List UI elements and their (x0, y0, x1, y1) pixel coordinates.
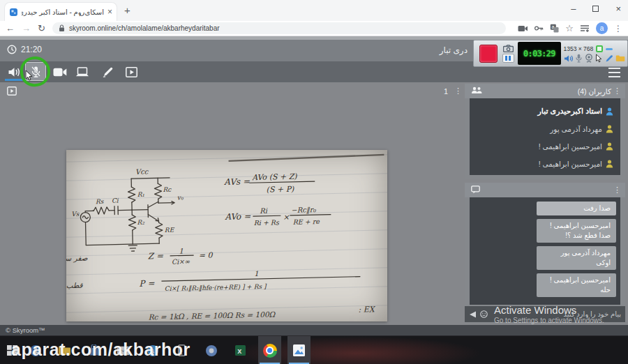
chat-message: صدا رفت (537, 202, 616, 215)
taskbar-app-chrome[interactable] (258, 336, 281, 364)
users-panel-title: کاربران (4) (578, 87, 611, 96)
user-row[interactable]: امیرحسین ابراهیمی ! (470, 137, 616, 155)
key-icon[interactable] (534, 25, 544, 31)
svg-text:Z =: Z = (147, 251, 163, 261)
recorder-pen-icon[interactable] (605, 54, 613, 63)
tab-close-icon[interactable]: × (107, 7, 112, 17)
record-stop-button[interactable] (479, 45, 498, 63)
emoji-icon[interactable] (480, 310, 488, 318)
recorder-minimize-icon[interactable] (606, 48, 613, 50)
taskbar-app-excel[interactable]: x (229, 336, 252, 364)
pen-icon (102, 66, 114, 78)
user-row[interactable]: مهرداد آذرمی پور (470, 120, 616, 137)
media-player-button[interactable] (123, 64, 140, 79)
browser-tabstrip: اسکای‌روم - استاد اکبر حیدری تبار × + – … (0, 0, 628, 21)
bookmark-star-icon[interactable]: ☆ (565, 24, 574, 33)
chat-messages: صدا رفت امیرحسین ابراهیمی ! صدا قطع شد ؟… (470, 197, 620, 305)
video-camera-icon (53, 68, 67, 77)
toolbar-menu-icon[interactable] (608, 68, 620, 79)
skyroom-copyright: © Skyroom™ (6, 326, 45, 334)
chat-message: امیرحسین ابراهیمی ! صدا قطع شد ؟! (537, 219, 616, 243)
svg-text:Ri + Rs: Ri + Rs (253, 218, 280, 227)
lock-icon (59, 24, 65, 32)
camera-in-use-icon[interactable] (518, 25, 528, 32)
speaker-icon (8, 66, 21, 78)
capture-region-icon[interactable] (596, 45, 603, 52)
webcam-button[interactable] (52, 64, 68, 79)
chat-message-input[interactable] (491, 310, 621, 318)
user-icon (606, 125, 613, 133)
svg-text:Rs: Rs (96, 198, 105, 205)
svg-text:R₂: R₂ (137, 219, 144, 226)
new-tab-button[interactable]: + (124, 4, 130, 16)
window-close-button[interactable]: × (615, 3, 621, 14)
skyroom-footer: © Skyroom™ (0, 325, 628, 335)
back-icon[interactable]: ← (6, 24, 15, 33)
reload-icon[interactable]: ↻ (38, 24, 45, 33)
taskbar-app-your-phone[interactable] (200, 336, 223, 364)
translate-icon[interactable]: a (550, 24, 559, 33)
svg-text:Vs: Vs (71, 211, 80, 218)
capture-resolution: 1353 × 768 (564, 45, 594, 52)
user-row[interactable]: استاد اکبرحیدری تبار (470, 103, 616, 120)
svg-text:= 0: = 0 (198, 250, 213, 259)
users-panel-menu-icon[interactable]: ⋮ (613, 86, 621, 96)
svg-text:1: 1 (254, 270, 259, 278)
photos-icon (292, 344, 306, 357)
window-maximize-button[interactable] (592, 6, 599, 12)
svg-text:AVs =: AVs = (223, 176, 251, 187)
svg-text:AVo (S + Z): AVo (S + Z) (251, 172, 297, 182)
browser-tab[interactable]: اسکای‌روم - استاد اکبر حیدری تبار × (4, 2, 117, 21)
browser-addressbar: ← → ↻ skyroom.online/ch/amolalame/akbarh… (0, 21, 628, 36)
tab-title: اسکای‌روم - استاد اکبر حیدری تبار (22, 8, 104, 16)
url-text: skyroom.online/ch/amolalame/akbarheydari… (69, 24, 220, 32)
users-icon (471, 86, 482, 94)
skyroom-favicon (9, 8, 18, 17)
svg-text:: EX: : EX (358, 305, 376, 314)
svg-text:1: 1 (179, 247, 184, 255)
user-icon (606, 160, 613, 168)
play-box-icon (126, 67, 137, 77)
svg-text:×: × (283, 213, 290, 222)
svg-text:RE: RE (165, 227, 175, 234)
svg-text:Ci×∞: Ci×∞ (172, 257, 190, 266)
screenshare-button[interactable] (74, 64, 91, 79)
page-number: 1 (444, 87, 448, 96)
window-minimize-button[interactable]: – (571, 3, 576, 14)
annotate-button[interactable] (99, 64, 116, 79)
clock-icon (7, 45, 17, 54)
svg-text:Vcc: Vcc (135, 168, 149, 176)
elapsed-time: 21:20 (21, 45, 42, 54)
chat-panel: ⋮ صدا رفت امیرحسین ابراهیمی ! صدا قطع شد… (465, 183, 625, 323)
screenshot-camera-icon[interactable] (503, 45, 514, 52)
users-list: استاد اکبرحیدری تبار مهرداد آذرمی پور ام… (470, 98, 620, 175)
svg-text:Ri: Ri (260, 207, 268, 215)
pause-button[interactable] (502, 54, 514, 63)
browser-profile-avatar[interactable]: a (596, 22, 608, 34)
url-field[interactable]: skyroom.online/ch/amolalame/akbarheydari… (52, 22, 506, 34)
stage-menu-icon[interactable]: ⋮ (454, 86, 462, 96)
send-icon[interactable] (469, 310, 477, 319)
recorder-timer: 0:03:29 (518, 42, 561, 65)
svg-text:Ci: Ci (112, 197, 119, 204)
recorder-mic-icon[interactable] (576, 54, 582, 63)
chrome-icon (263, 344, 277, 358)
user-row[interactable]: امیرحسین ابراهیمی ! (470, 155, 616, 172)
svg-text:(S + P): (S + P) (266, 185, 294, 195)
svg-text:P =: P = (139, 278, 155, 289)
reading-list-icon[interactable] (580, 24, 590, 32)
whiteboard-photo: Vcc R₁ Rc v₀ Rs Ci Vs R₂ RE AVs = AVo (S… (66, 150, 387, 321)
recorder-webcam-icon[interactable] (585, 54, 593, 63)
users-panel: کاربران (4) ⋮ استاد اکبرحیدری تبار مهردا… (465, 84, 625, 179)
screen: اسکای‌روم - استاد اکبر حیدری تبار × + – … (0, 0, 628, 364)
chat-input-row (465, 306, 625, 322)
recorder-speaker-icon[interactable] (564, 54, 574, 63)
recorder-folder-icon[interactable] (615, 54, 625, 62)
chat-panel-menu-icon[interactable]: ⋮ (613, 185, 621, 195)
mouse-cursor-icon (25, 70, 34, 81)
browser-menu-icon[interactable]: ⋮ (614, 24, 622, 33)
stage-play-box-icon[interactable] (7, 86, 17, 96)
recorder-cursor-icon[interactable] (595, 54, 602, 63)
aparat-watermark: aparat.com/akbarhor (11, 340, 190, 360)
taskbar-app-photos[interactable] (287, 336, 311, 364)
